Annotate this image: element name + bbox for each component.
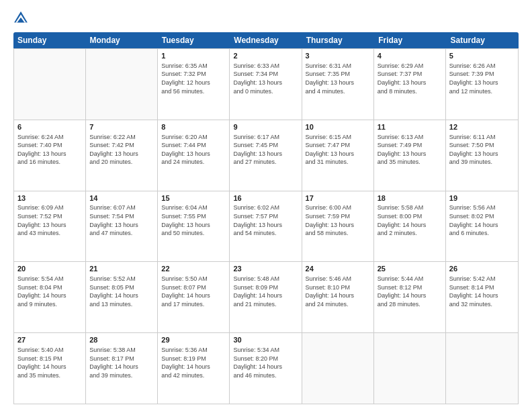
day-number: 2 (233, 51, 298, 61)
calendar-cell-2-6: 19Sunrise: 5:56 AM Sunset: 8:02 PM Dayli… (446, 191, 518, 262)
day-number: 7 (89, 122, 154, 132)
day-number: 11 (378, 122, 442, 132)
day-number: 12 (449, 122, 515, 132)
day-detail: Sunrise: 5:54 AM Sunset: 8:04 PM Dayligh… (17, 275, 82, 308)
calendar-row-1: 6Sunrise: 6:24 AM Sunset: 7:40 PM Daylig… (14, 120, 518, 191)
weekday-header-wednesday: Wednesday (230, 32, 302, 48)
day-detail: Sunrise: 5:36 AM Sunset: 8:19 PM Dayligh… (161, 346, 226, 379)
calendar-cell-0-6: 5Sunrise: 6:26 AM Sunset: 7:39 PM Daylig… (446, 49, 518, 120)
day-number: 17 (306, 193, 370, 203)
day-detail: Sunrise: 6:17 AM Sunset: 7:45 PM Dayligh… (233, 133, 298, 167)
calendar-cell-1-6: 12Sunrise: 6:11 AM Sunset: 7:50 PM Dayli… (446, 120, 518, 191)
day-detail: Sunrise: 5:50 AM Sunset: 8:07 PM Dayligh… (161, 275, 226, 308)
day-number: 26 (449, 264, 515, 274)
page: SundayMondayTuesdayWednesdayThursdayFrid… (0, 0, 532, 411)
day-detail: Sunrise: 6:33 AM Sunset: 7:34 PM Dayligh… (233, 62, 298, 95)
calendar-cell-2-4: 17Sunrise: 6:00 AM Sunset: 7:59 PM Dayli… (302, 191, 374, 262)
calendar-cell-4-0: 27Sunrise: 5:40 AM Sunset: 8:15 PM Dayli… (14, 333, 86, 404)
day-number: 13 (17, 193, 82, 203)
day-number: 9 (233, 122, 298, 132)
day-number: 16 (233, 193, 298, 203)
day-number: 19 (449, 193, 515, 203)
calendar-row-2: 13Sunrise: 6:09 AM Sunset: 7:52 PM Dayli… (14, 191, 518, 262)
day-detail: Sunrise: 5:42 AM Sunset: 8:14 PM Dayligh… (449, 275, 515, 308)
day-number: 24 (306, 264, 370, 274)
calendar-cell-1-4: 10Sunrise: 6:15 AM Sunset: 7:47 PM Dayli… (302, 120, 374, 191)
calendar-cell-3-1: 21Sunrise: 5:52 AM Sunset: 8:05 PM Dayli… (86, 262, 158, 332)
calendar-row-3: 20Sunrise: 5:54 AM Sunset: 8:04 PM Dayli… (14, 261, 518, 332)
calendar-cell-1-2: 8Sunrise: 6:20 AM Sunset: 7:44 PM Daylig… (158, 120, 230, 191)
day-number: 22 (161, 264, 226, 274)
day-number: 8 (161, 122, 226, 132)
calendar-cell-2-0: 13Sunrise: 6:09 AM Sunset: 7:52 PM Dayli… (14, 191, 86, 262)
calendar-cell-3-5: 25Sunrise: 5:44 AM Sunset: 8:12 PM Dayli… (374, 262, 446, 332)
calendar-cell-0-4: 3Sunrise: 6:31 AM Sunset: 7:35 PM Daylig… (302, 49, 374, 120)
calendar-cell-1-1: 7Sunrise: 6:22 AM Sunset: 7:42 PM Daylig… (86, 120, 158, 191)
calendar-cell-4-4 (302, 333, 374, 404)
day-number: 10 (306, 122, 370, 132)
day-detail: Sunrise: 6:22 AM Sunset: 7:42 PM Dayligh… (89, 133, 154, 167)
calendar-cell-2-5: 18Sunrise: 5:58 AM Sunset: 8:00 PM Dayli… (374, 191, 446, 262)
day-detail: Sunrise: 5:40 AM Sunset: 8:15 PM Dayligh… (17, 346, 82, 379)
day-number: 27 (17, 335, 82, 345)
day-detail: Sunrise: 6:04 AM Sunset: 7:55 PM Dayligh… (161, 203, 226, 237)
weekday-header-friday: Friday (374, 32, 446, 48)
weekday-header-sunday: Sunday (13, 32, 85, 48)
calendar-cell-2-1: 14Sunrise: 6:07 AM Sunset: 7:54 PM Dayli… (86, 191, 158, 262)
logo (13, 11, 30, 26)
day-number: 20 (17, 264, 82, 274)
calendar-row-0: 1Sunrise: 6:35 AM Sunset: 7:32 PM Daylig… (14, 48, 518, 120)
day-detail: Sunrise: 5:48 AM Sunset: 8:09 PM Dayligh… (233, 275, 298, 308)
logo-icon (13, 11, 28, 26)
day-number: 18 (378, 193, 442, 203)
day-detail: Sunrise: 5:52 AM Sunset: 8:05 PM Dayligh… (89, 275, 154, 308)
day-number: 28 (89, 335, 154, 345)
day-detail: Sunrise: 5:44 AM Sunset: 8:12 PM Dayligh… (378, 275, 442, 308)
day-number: 6 (17, 122, 82, 132)
calendar-cell-3-3: 23Sunrise: 5:48 AM Sunset: 8:09 PM Dayli… (230, 262, 302, 332)
day-detail: Sunrise: 6:20 AM Sunset: 7:44 PM Dayligh… (161, 133, 226, 167)
day-detail: Sunrise: 6:00 AM Sunset: 7:59 PM Dayligh… (306, 203, 370, 237)
day-number: 5 (449, 51, 515, 61)
day-detail: Sunrise: 5:58 AM Sunset: 8:00 PM Dayligh… (378, 203, 442, 237)
day-number: 29 (161, 335, 226, 345)
header (13, 11, 519, 26)
day-number: 4 (378, 51, 442, 61)
day-detail: Sunrise: 6:11 AM Sunset: 7:50 PM Dayligh… (449, 133, 515, 167)
calendar-cell-0-3: 2Sunrise: 6:33 AM Sunset: 7:34 PM Daylig… (230, 49, 302, 120)
calendar-cell-0-0 (14, 49, 86, 120)
day-number: 23 (233, 264, 298, 274)
day-number: 21 (89, 264, 154, 274)
calendar-row-4: 27Sunrise: 5:40 AM Sunset: 8:15 PM Dayli… (14, 332, 518, 404)
day-number: 3 (306, 51, 370, 61)
weekday-header-saturday: Saturday (447, 32, 519, 48)
weekday-header-thursday: Thursday (302, 32, 374, 48)
calendar-cell-2-3: 16Sunrise: 6:02 AM Sunset: 7:57 PM Dayli… (230, 191, 302, 262)
day-detail: Sunrise: 6:13 AM Sunset: 7:49 PM Dayligh… (378, 133, 442, 167)
day-number: 30 (233, 335, 298, 345)
calendar-cell-4-6 (446, 333, 518, 404)
day-detail: Sunrise: 5:56 AM Sunset: 8:02 PM Dayligh… (449, 203, 515, 237)
weekday-header-tuesday: Tuesday (158, 32, 230, 48)
day-detail: Sunrise: 5:34 AM Sunset: 8:20 PM Dayligh… (233, 346, 298, 379)
day-detail: Sunrise: 6:24 AM Sunset: 7:40 PM Dayligh… (17, 133, 82, 167)
calendar: SundayMondayTuesdayWednesdayThursdayFrid… (13, 32, 519, 404)
day-detail: Sunrise: 6:07 AM Sunset: 7:54 PM Dayligh… (89, 203, 154, 237)
calendar-cell-4-2: 29Sunrise: 5:36 AM Sunset: 8:19 PM Dayli… (158, 333, 230, 404)
calendar-cell-0-5: 4Sunrise: 6:29 AM Sunset: 7:37 PM Daylig… (374, 49, 446, 120)
calendar-cell-4-5 (374, 333, 446, 404)
calendar-cell-4-3: 30Sunrise: 5:34 AM Sunset: 8:20 PM Dayli… (230, 333, 302, 404)
calendar-cell-3-6: 26Sunrise: 5:42 AM Sunset: 8:14 PM Dayli… (446, 262, 518, 332)
day-number: 15 (161, 193, 226, 203)
day-detail: Sunrise: 6:09 AM Sunset: 7:52 PM Dayligh… (17, 203, 82, 237)
day-detail: Sunrise: 6:02 AM Sunset: 7:57 PM Dayligh… (233, 203, 298, 237)
calendar-cell-4-1: 28Sunrise: 5:38 AM Sunset: 8:17 PM Dayli… (86, 333, 158, 404)
weekday-header-monday: Monday (85, 32, 157, 48)
day-detail: Sunrise: 6:29 AM Sunset: 7:37 PM Dayligh… (378, 62, 442, 95)
calendar-cell-0-1 (86, 49, 158, 120)
day-detail: Sunrise: 6:26 AM Sunset: 7:39 PM Dayligh… (449, 62, 515, 95)
day-number: 1 (161, 51, 226, 61)
day-detail: Sunrise: 5:38 AM Sunset: 8:17 PM Dayligh… (89, 346, 154, 379)
calendar-header: SundayMondayTuesdayWednesdayThursdayFrid… (13, 32, 519, 48)
calendar-cell-3-2: 22Sunrise: 5:50 AM Sunset: 8:07 PM Dayli… (158, 262, 230, 332)
